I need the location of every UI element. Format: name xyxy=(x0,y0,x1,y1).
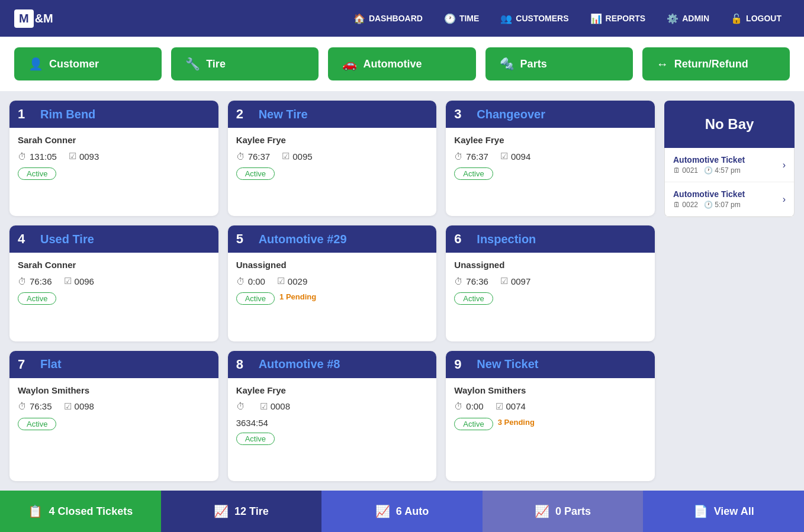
admin-icon: ⚙️ xyxy=(667,13,678,24)
customer-btn-icon: 👤 xyxy=(28,57,43,71)
no-bay-ticket-2[interactable]: Automotive Ticket 🗓 0022 🕐 5:07 pm › xyxy=(665,182,794,217)
bay-ticket-7: ☑ 0098 xyxy=(64,401,94,412)
parts-btn[interactable]: 🔩Parts xyxy=(485,47,633,80)
bay-header-4: 4 Used Tire xyxy=(9,225,218,253)
ticket-icon: ☑ xyxy=(64,276,72,286)
parts-count-label: 0 Parts xyxy=(555,505,591,518)
status-badge-2: Active xyxy=(236,167,275,180)
nav-item-customers[interactable]: 👥CUSTOMERS xyxy=(492,8,577,29)
nav-item-admin[interactable]: ⚙️ADMIN xyxy=(658,8,718,29)
no-bay-ticket-num-2: 🗓 0022 xyxy=(673,201,698,209)
bay-customer-9: Waylon Smithers xyxy=(454,385,647,395)
footer-bar: 📋4 Closed Tickets📈12 Tire📈6 Auto📈0 Parts… xyxy=(0,491,804,532)
bay-title-3: Changeover xyxy=(477,108,545,121)
action-bar: 👤Customer🔧Tire🚗Automotive🔩Parts↔️Return/… xyxy=(0,37,804,91)
bay-tags-1: Active xyxy=(18,167,210,180)
nav-item-logout[interactable]: 🔓LOGOUT xyxy=(722,8,790,29)
bay-card-9[interactable]: 9 New Ticket Waylon Smithers ⏱ 0:00 ☑ 00… xyxy=(446,351,655,481)
parts-count-icon: 📈 xyxy=(535,504,549,518)
bay-ticket-value-4: 0096 xyxy=(75,276,94,286)
bay-header-9: 9 New Ticket xyxy=(446,351,655,378)
bay-ticket-value-5: 0029 xyxy=(288,276,307,286)
parts-count[interactable]: 📈0 Parts xyxy=(483,491,644,532)
bay-number-4: 4 xyxy=(18,231,34,247)
bay-card-7[interactable]: 7 Flat Waylon Smithers ⏱ 76:35 ☑ 0098 Ac… xyxy=(9,351,218,481)
bay-stats-2: ⏱ 76:37 ☑ 0095 xyxy=(236,151,429,162)
status-badge-5: Active xyxy=(236,292,275,305)
status-badge-1: Active xyxy=(18,167,56,180)
bay-time-value-7: 76:35 xyxy=(30,401,52,411)
nav-item-reports[interactable]: 📊REPORTS xyxy=(582,8,654,29)
bay-ticket-2: ☑ 0095 xyxy=(282,151,312,162)
bay-time-value-6: 76:36 xyxy=(466,276,488,286)
bay-title-8: Automotive #8 xyxy=(259,357,340,371)
customers-icon: 👥 xyxy=(500,13,512,24)
bay-number-9: 9 xyxy=(454,357,471,372)
tire-count[interactable]: 📈12 Tire xyxy=(161,491,322,532)
bay-title-1: Rim Bend xyxy=(40,108,95,121)
no-bay-ticket-title-1: Automotive Ticket xyxy=(673,155,745,165)
bay-card-2[interactable]: 2 New Tire Kaylee Frye ⏱ 76:37 ☑ 0095 Ac… xyxy=(228,101,437,216)
bay-grid: 1 Rim Bend Sarah Conner ⏱ 131:05 ☑ 0093 … xyxy=(9,101,655,481)
bay-time-4: ⏱ 76:36 xyxy=(18,276,52,286)
ticket-icon: ☑ xyxy=(260,401,268,412)
bay-card-8[interactable]: 8 Automotive #8 Kaylee Frye ⏱ ☑ 0008 363… xyxy=(228,351,437,481)
parts-btn-icon: 🔩 xyxy=(500,57,514,71)
pending-badge-5: 1 Pending xyxy=(279,292,316,305)
bay-title-6: Inspection xyxy=(477,233,536,246)
nav-item-dashboard[interactable]: 🏠DASHBOARD xyxy=(345,8,431,29)
bay-number-2: 2 xyxy=(236,107,253,122)
no-bay-ticket-time-2: 🕐 5:07 pm xyxy=(704,201,741,209)
bay-time-value-4: 76:36 xyxy=(30,276,52,286)
no-bay-panel: No Bay Automotive Ticket 🗓 0021 🕐 4:57 p… xyxy=(664,101,795,481)
bay-tags-4: Active xyxy=(18,292,210,305)
bay-customer-5: Unassigned xyxy=(236,260,429,270)
bay-ticket-3: ☑ 0094 xyxy=(500,151,530,162)
bay-card-3[interactable]: 3 Changeover Kaylee Frye ⏱ 76:37 ☑ 0094 … xyxy=(446,101,655,216)
bay-stats-3: ⏱ 76:37 ☑ 0094 xyxy=(454,151,647,162)
bay-number-6: 6 xyxy=(454,231,471,247)
nav-item-time[interactable]: 🕐TIME xyxy=(436,8,487,29)
nav-label-logout: LOGOUT xyxy=(746,14,782,23)
tire-btn-icon: 🔧 xyxy=(185,57,200,71)
no-bay-ticket-info-2: Automotive Ticket 🗓 0022 🕐 5:07 pm xyxy=(673,189,745,209)
return-btn[interactable]: ↔️Return/Refund xyxy=(642,47,790,80)
logout-icon: 🔓 xyxy=(731,13,742,24)
bay-time-value-5: 0:00 xyxy=(248,276,265,286)
bay-card-6[interactable]: 6 Inspection Unassigned ⏱ 76:36 ☑ 0097 A… xyxy=(446,225,655,341)
pending-badge-9: 3 Pending xyxy=(498,418,535,430)
no-bay-ticket-meta-2: 🗓 0022 🕐 5:07 pm xyxy=(673,201,745,209)
bay-ticket-value-3: 0094 xyxy=(511,151,530,162)
no-bay-ticket-title-2: Automotive Ticket xyxy=(673,189,745,199)
status-badge-7: Active xyxy=(18,418,56,430)
bay-card-1[interactable]: 1 Rim Bend Sarah Conner ⏱ 131:05 ☑ 0093 … xyxy=(9,101,218,216)
bay-header-2: 2 New Tire xyxy=(228,101,437,128)
chevron-right-icon-1: › xyxy=(783,160,786,170)
view-all[interactable]: 📄View All xyxy=(643,491,804,532)
navbar: M &M 🏠DASHBOARD🕐TIME👥CUSTOMERS📊REPORTS⚙️… xyxy=(0,0,804,37)
auto-count[interactable]: 📈6 Auto xyxy=(321,491,483,532)
bay-card-4[interactable]: 4 Used Tire Sarah Conner ⏱ 76:36 ☑ 0096 … xyxy=(9,225,218,341)
bay-tags-6: Active xyxy=(454,292,647,305)
bay-header-5: 5 Automotive #29 xyxy=(228,225,437,253)
nav-label-customers: CUSTOMERS xyxy=(516,14,568,23)
bay-tags-5: Active1 Pending xyxy=(236,292,429,305)
bay-title-5: Automotive #29 xyxy=(259,233,347,246)
bay-body-5: Unassigned ⏱ 0:00 ☑ 0029 Active1 Pending xyxy=(228,253,437,341)
tire-btn[interactable]: 🔧Tire xyxy=(171,47,319,80)
ticket-icon: ☑ xyxy=(282,151,290,162)
clock-icon: ⏱ xyxy=(18,401,27,411)
bay-ticket-4: ☑ 0096 xyxy=(64,276,94,286)
customer-btn[interactable]: 👤Customer xyxy=(14,47,162,80)
no-bay-ticket-1[interactable]: Automotive Ticket 🗓 0021 🕐 4:57 pm › xyxy=(665,148,794,182)
automotive-btn[interactable]: 🚗Automotive xyxy=(328,47,475,80)
reports-icon: 📊 xyxy=(590,13,602,24)
bay-ticket-value-8: 0008 xyxy=(271,401,290,411)
bay-card-5[interactable]: 5 Automotive #29 Unassigned ⏱ 0:00 ☑ 002… xyxy=(228,225,437,341)
bay-title-9: New Ticket xyxy=(477,357,538,371)
bay-body-3: Kaylee Frye ⏱ 76:37 ☑ 0094 Active xyxy=(446,128,655,216)
bay-tags-8: Active xyxy=(236,433,429,445)
dashboard-icon: 🏠 xyxy=(353,13,365,24)
bay-number-7: 7 xyxy=(18,357,34,372)
closed-tickets[interactable]: 📋4 Closed Tickets xyxy=(0,491,161,532)
